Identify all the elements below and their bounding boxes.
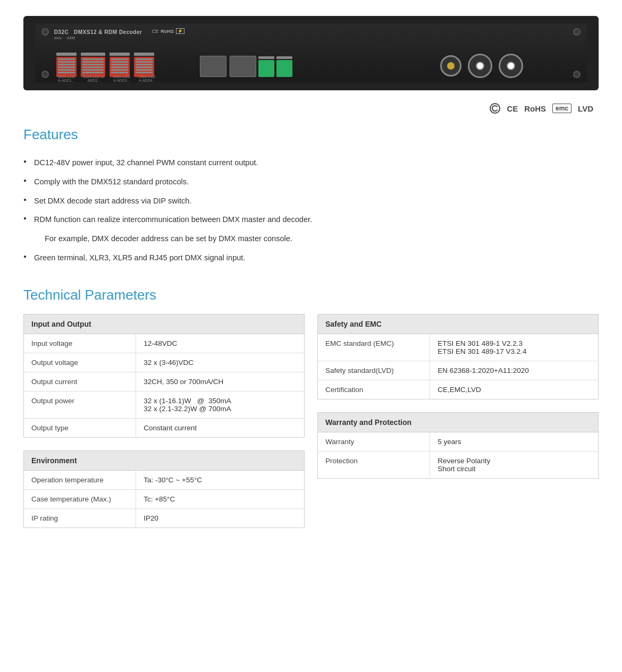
certifications-row: CE RoHS emc LVD — [23, 103, 599, 114]
table-row: Case temperature (Max.) Tc: +85°C — [24, 489, 305, 508]
environment-header: Environment — [24, 450, 305, 470]
row-label: Case temperature (Max.) — [24, 489, 136, 508]
feature-list: DC12-48V power input, 32 channel PWM con… — [23, 154, 599, 268]
row-label: Certification — [318, 380, 430, 399]
row-value: EN 62368-1:2020+A11:2020 — [430, 361, 599, 380]
list-item: Comply with the DMX512 standard protocol… — [23, 173, 599, 192]
table-row: Warranty 5 years — [318, 432, 599, 451]
table-row: Output current 32CH, 350 or 700mA/CH — [24, 372, 305, 391]
table-row: Safety standard(LVD) EN 62368-1:2020+A11… — [318, 361, 599, 380]
row-value: ETSI EN 301 489-1 V2.2.3ETSI EN 301 489-… — [430, 334, 599, 361]
svg-point-0 — [490, 104, 500, 113]
device-sub-label: emc #4M — [54, 36, 75, 40]
lvd-cert: LVD — [578, 104, 593, 113]
ce-cert: CE — [507, 104, 518, 113]
table-row: Operation temperature Ta: -30°C ~ +55°C — [24, 470, 305, 489]
list-item: DC12-48V power input, 32 channel PWM con… — [23, 154, 599, 173]
row-value: 32 x (1-16.1)W @ 350mA32 x (2.1-32.2)W @… — [136, 391, 305, 418]
row-value: 5 years — [430, 432, 599, 451]
screw-tl — [41, 28, 49, 36]
row-label: Output type — [24, 418, 136, 437]
row-value: 12-48VDC — [136, 334, 305, 353]
row-label: Operation temperature — [24, 470, 136, 489]
green-terminals — [258, 56, 292, 77]
table-row: Protection Reverse PolarityShort circuit — [318, 451, 599, 478]
technical-parameters-heading: Technical Parameters — [23, 287, 599, 303]
row-value: Ta: -30°C ~ +55°C — [136, 470, 305, 489]
device-model-label: D32C DMXS12 & RDM Decoder — [54, 29, 142, 35]
input-output-header: Input and Output — [24, 314, 305, 334]
list-item: RDM function can realize intercommunicat… — [23, 210, 599, 229]
device-cert-icons: CE RoHS ⚡ — [152, 28, 184, 34]
row-label: EMC standard (EMC) — [318, 334, 430, 361]
table-row: Output voltage 32 x (3-46)VDC — [24, 353, 305, 372]
input-output-table: Input and Output Input voltage 12-48VDC … — [23, 314, 305, 438]
row-label: Output power — [24, 391, 136, 418]
emc-cert: emc — [552, 104, 571, 113]
rohs-cert: RoHS — [524, 104, 546, 113]
row-label: Input voltage — [24, 334, 136, 353]
warranty-protection-table: Warranty and Protection Warranty 5 years… — [317, 412, 599, 479]
row-value: Reverse PolarityShort circuit — [430, 451, 599, 478]
list-item-sub: For example, DMX decoder address can be … — [23, 229, 599, 249]
c-icon — [490, 103, 500, 114]
row-value: Constant current — [136, 418, 305, 437]
row-value: CE,EMC,LVD — [430, 380, 599, 399]
table-row: Output type Constant current — [24, 418, 305, 437]
bottom-labels: DMX-LED A-ADD1... DMX-LED A-ADD2... DMX-… — [56, 75, 157, 82]
safety-emc-header: Safety and EMC — [318, 314, 599, 334]
screw-bl — [41, 71, 49, 78]
row-value: 32 x (3-46)VDC — [136, 353, 305, 372]
screw-br — [573, 71, 581, 78]
list-item: Set DMX decode start address via DIP swi… — [23, 192, 599, 211]
row-label: Warranty — [318, 432, 430, 451]
tables-grid: Input and Output Input voltage 12-48VDC … — [23, 314, 599, 528]
row-label: Output current — [24, 372, 136, 391]
product-image: D32C DMXS12 & RDM Decoder emc #4M CE RoH… — [23, 16, 599, 90]
row-label: Output voltage — [24, 353, 136, 372]
xlr-connectors — [440, 54, 523, 78]
row-label: Safety standard(LVD) — [318, 361, 430, 380]
environment-table: Environment Operation temperature Ta: -3… — [23, 450, 305, 528]
table-row: IP rating IP20 — [24, 508, 305, 528]
table-row: Input voltage 12-48VDC — [24, 334, 305, 353]
connector-area-left — [56, 53, 154, 77]
middle-ports — [200, 56, 256, 77]
table-row: Certification CE,EMC,LVD — [318, 380, 599, 399]
row-value: IP20 — [136, 508, 305, 528]
right-tables: Safety and EMC EMC standard (EMC) ETSI E… — [317, 314, 599, 528]
features-section: Features DC12-48V power input, 32 channe… — [23, 126, 599, 268]
table-row: Output power 32 x (1-16.1)W @ 350mA32 x … — [24, 391, 305, 418]
screw-tr — [573, 28, 581, 36]
row-label: IP rating — [24, 508, 136, 528]
safety-emc-table: Safety and EMC EMC standard (EMC) ETSI E… — [317, 314, 599, 399]
list-item: Green terminal, XLR3, XLR5 and RJ45 port… — [23, 249, 599, 268]
c-cert — [490, 103, 500, 114]
row-label: Protection — [318, 451, 430, 478]
row-value: Tc: +85°C — [136, 489, 305, 508]
warranty-protection-header: Warranty and Protection — [318, 412, 599, 432]
features-heading: Features — [23, 126, 599, 143]
left-tables: Input and Output Input voltage 12-48VDC … — [23, 314, 305, 528]
technical-parameters-section: Technical Parameters Input and Output In… — [23, 287, 599, 528]
row-value: 32CH, 350 or 700mA/CH — [136, 372, 305, 391]
table-row: EMC standard (EMC) ETSI EN 301 489-1 V2.… — [318, 334, 599, 361]
